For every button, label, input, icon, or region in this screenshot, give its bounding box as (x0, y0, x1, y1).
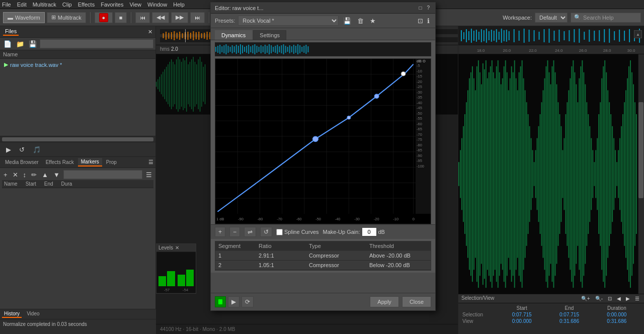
green-indicator (218, 299, 222, 304)
menu-view[interactable]: View (129, 2, 141, 8)
h-scrollbar[interactable] (0, 136, 155, 142)
tab-settings[interactable]: Settings (253, 30, 286, 40)
sv-col-empty (462, 305, 498, 311)
sv-zoom-out[interactable]: 🔍- (594, 295, 604, 302)
svg-rect-61 (461, 30, 462, 41)
nav-marker-btn[interactable]: ↕ (22, 171, 28, 179)
preset-delete-btn[interactable]: 🗑 (356, 17, 365, 25)
dialog-help-btn[interactable]: ? (425, 5, 431, 11)
svg-rect-151 (523, 78, 524, 270)
rwd-btn[interactable]: ◀◀ (152, 12, 169, 23)
svg-rect-130 (492, 60, 493, 288)
sv-row1-duration: 0:00.000 (594, 312, 640, 317)
next-btn[interactable]: ⏭ (190, 12, 205, 23)
search-help-input[interactable]: 🔍 Search Help (571, 13, 641, 23)
dialog-expand-btn[interactable]: ⊡ (416, 17, 425, 25)
right-db-scale: n -3 -6 -9 -12 -15 -24 -24 (631, 54, 638, 294)
reset-curve-btn[interactable]: ↺ (260, 227, 272, 237)
svg-rect-98 (599, 30, 600, 41)
marker-up-btn[interactable]: ▲ (40, 171, 50, 179)
tab-markers[interactable]: Markers (78, 158, 102, 166)
dialog-loop-btn[interactable]: ⟳ (242, 296, 254, 307)
menu-favorites[interactable]: Favorites (101, 2, 123, 8)
tab-history[interactable]: History (2, 310, 22, 318)
svg-rect-59 (205, 64, 205, 104)
svg-rect-13 (196, 32, 197, 39)
svg-rect-70 (484, 30, 485, 41)
file-list: ▶ raw voice track.wav * (0, 59, 155, 136)
tab-prop[interactable]: Prop (103, 158, 120, 166)
stop-btn[interactable]: ■ (115, 12, 127, 23)
dialog-play-btn[interactable]: ▶ (228, 296, 239, 307)
svg-rect-42 (176, 59, 177, 109)
dialog-green-btn[interactable] (215, 296, 226, 307)
presets-select[interactable]: Rock Vocal * (238, 16, 339, 26)
menu-clip[interactable]: Clip (62, 2, 72, 8)
tab-media-browser[interactable]: Media Browser (2, 158, 42, 166)
preset-save-btn[interactable]: 💾 (342, 17, 353, 25)
del-marker-btn[interactable]: ✕ (11, 171, 20, 179)
levels-tab[interactable]: Levels ✕ (156, 244, 196, 252)
markers-search[interactable] (63, 170, 142, 179)
right-scrollbar-y[interactable] (638, 54, 644, 294)
tab-files[interactable]: Files (3, 28, 19, 36)
svg-rect-236 (232, 45, 233, 53)
svg-rect-182 (570, 78, 571, 270)
sv-prev[interactable]: ◀ (615, 295, 622, 302)
menu-multitrack[interactable]: Multitrack (33, 2, 56, 8)
scrollbar-thumb[interactable] (2, 137, 153, 141)
loop-btn-left[interactable]: ↺ (16, 144, 28, 155)
sv-zoom-in[interactable]: 🔍+ (580, 295, 592, 302)
tab-video[interactable]: Video (25, 310, 41, 318)
menu-help[interactable]: Help (173, 2, 185, 8)
sv-settings[interactable]: ☰ (633, 295, 641, 302)
file-item[interactable]: ▶ raw voice track.wav * (0, 60, 155, 69)
spline-checkbox[interactable] (276, 229, 283, 235)
sv-next[interactable]: ▶ (624, 295, 631, 302)
marker-settings-btn[interactable]: ☰ (144, 171, 153, 179)
scrollbar-thumb-right[interactable] (638, 102, 643, 198)
menu-window[interactable]: Window (147, 2, 167, 8)
play-btn-left[interactable]: ▶ (3, 144, 14, 155)
flip-btn[interactable]: ⇌ (244, 227, 256, 237)
panel-close-icon[interactable]: ✕ (148, 29, 152, 35)
add-point-btn[interactable]: + (215, 227, 225, 237)
apply-btn[interactable]: Apply (370, 296, 399, 307)
sv-zoom-fit[interactable]: ⊡ (606, 295, 613, 302)
add-marker-btn[interactable]: + (2, 171, 9, 179)
makeup-gain-input[interactable] (362, 227, 377, 236)
files-search-input[interactable] (40, 39, 153, 48)
svg-rect-160 (537, 138, 538, 210)
new-file-btn[interactable]: 📄 (2, 40, 13, 48)
close-btn[interactable]: Close (402, 296, 431, 307)
table-row[interactable]: 2 1.05:1 Compressor Below -20.00 dB (215, 261, 431, 270)
svg-rect-36 (166, 67, 167, 102)
rec-btn[interactable]: ● (95, 12, 113, 23)
menu-file[interactable]: File (2, 2, 11, 8)
multitrack-btn[interactable]: ⊞ Multitrack (47, 12, 86, 23)
svg-rect-114 (467, 90, 468, 258)
compressor-graph[interactable]: dB O -5 -10 -15 -20 -25 -30 -35 -40 -45 … (215, 58, 431, 224)
meta-btn-left[interactable]: 🎵 (30, 144, 44, 155)
tab-effects-rack[interactable]: Effects Rack (43, 158, 77, 166)
marker-down-btn[interactable]: ▼ (52, 171, 61, 179)
remove-point-btn[interactable]: − (229, 227, 240, 237)
prev-btn[interactable]: ⏮ (135, 12, 150, 23)
compressor-dialog[interactable]: Editor: raw voice t... □ ? Presets: Rock… (210, 2, 436, 311)
menu-edit[interactable]: Edit (17, 2, 27, 8)
tab-dynamics[interactable]: Dynamics (215, 30, 252, 40)
dialog-minimize-btn[interactable]: □ (417, 5, 423, 11)
table-row[interactable]: 1 2.91:1 Compressor Above -20.00 dB (215, 251, 431, 261)
close-levels-icon[interactable]: ✕ (175, 245, 179, 251)
menu-effects[interactable]: Effects (78, 2, 95, 8)
edit-marker-btn[interactable]: ✏ (30, 171, 38, 179)
preset-fav-btn[interactable]: ★ (368, 17, 377, 25)
fwd-btn[interactable]: ▶▶ (171, 12, 188, 23)
svg-rect-110 (461, 138, 462, 210)
waveform-btn[interactable]: ▬ Waveform (3, 12, 45, 23)
dialog-info-btn[interactable]: ℹ (426, 17, 431, 25)
panel-menu-icon[interactable]: ☰ (148, 159, 153, 165)
workspace-select[interactable]: Default (535, 13, 568, 23)
open-folder-btn[interactable]: 📁 (15, 40, 26, 48)
save-btn[interactable]: 💾 (27, 40, 38, 48)
